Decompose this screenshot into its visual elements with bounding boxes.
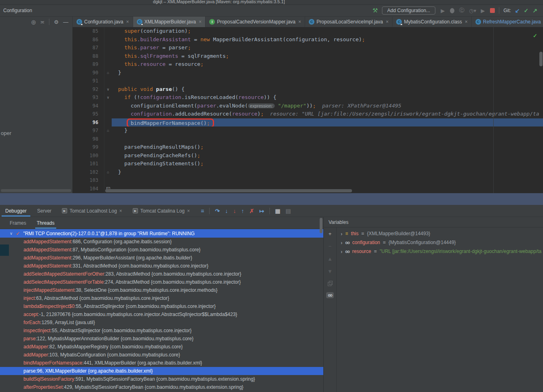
- add-configuration-button[interactable]: Add Configuration...: [382, 6, 435, 15]
- run-to-cursor-icon[interactable]: ↦: [259, 208, 264, 214]
- step-over-icon[interactable]: ↷: [215, 208, 220, 214]
- editor-tab[interactable]: IProposalCachedVersionMapper.java×: [206, 17, 305, 27]
- stack-frame-row[interactable]: buildSqlSessionFactory:591, MybatisSqlSe…: [0, 375, 323, 383]
- profiler-icon[interactable]: ◷▾: [469, 8, 475, 14]
- hide-panel-icon[interactable]: —: [63, 19, 68, 25]
- close-icon[interactable]: ×: [199, 19, 202, 25]
- git-commit-icon[interactable]: ✓: [524, 7, 529, 14]
- editor-tab[interactable]: CMybatisConfiguration.class×: [392, 17, 471, 27]
- frame-location: :55, AbstractSqlInjector {com.baomidou.m…: [51, 328, 192, 333]
- code-token: ;: [200, 144, 204, 150]
- debug-tab[interactable]: ▶Tomcat Catalina Log×: [127, 205, 195, 217]
- stack-frame-row[interactable]: parse:96, XMLMapperBuilder {org.apache.i…: [0, 367, 323, 375]
- drop-frame-icon[interactable]: ✗: [249, 208, 254, 214]
- stack-frame-row[interactable]: bindMapperForNamespace:441, XMLMapperBui…: [0, 359, 323, 367]
- close-icon[interactable]: ×: [465, 19, 468, 25]
- stack-frame-row[interactable]: addMapper:103, MybatisConfiguration {com…: [0, 351, 323, 359]
- locate-icon[interactable]: ◎: [31, 19, 36, 25]
- thread-row[interactable]: ∨ ✓ "RMI TCP Connection(2)-127.0.0.1"@1,…: [0, 229, 323, 238]
- editor-tab[interactable]: CXMLMapperBuilder.java×: [133, 17, 206, 27]
- editor-tab[interactable]: CConfiguration.java×: [73, 17, 133, 27]
- run-secondary-icon[interactable]: ▶: [479, 8, 486, 14]
- variable-row[interactable]: ›ooconfiguration = {MybatisConfiguration…: [337, 238, 543, 247]
- debug-tab[interactable]: Server: [32, 205, 57, 217]
- move-up-icon[interactable]: ▲: [327, 256, 333, 262]
- close-icon[interactable]: ×: [187, 208, 190, 214]
- tab-threads[interactable]: Threads: [37, 217, 55, 229]
- stack-frame-row[interactable]: addMappedStatement:331, AbstractMethod {…: [0, 262, 323, 270]
- close-icon[interactable]: ×: [126, 19, 129, 25]
- editor-vertical-scrollbar[interactable]: [539, 52, 543, 66]
- build-hammer-icon[interactable]: ⚒: [373, 7, 378, 14]
- stack-frame-row[interactable]: addMappedStatement:296, MapperBuilderAss…: [0, 254, 323, 262]
- fold-marker[interactable]: ⌂: [104, 126, 112, 135]
- fold-marker[interactable]: ⌂: [104, 168, 112, 177]
- fold-marker[interactable]: ∨: [104, 93, 112, 102]
- equals-sign: =: [361, 231, 364, 236]
- collapse-all-icon[interactable]: ≍: [40, 19, 45, 25]
- debug-tab[interactable]: ▶Tomcat Localhost Log×: [57, 205, 127, 217]
- coverage-icon[interactable]: Ⓒ: [458, 7, 465, 14]
- settings-gear-icon[interactable]: ⚙: [54, 19, 59, 25]
- git-push-icon[interactable]: ↗: [532, 7, 537, 14]
- fold-marker[interactable]: ⌂: [104, 69, 112, 77]
- stack-frames-list: addMappedStatement:686, Configuration {o…: [0, 238, 323, 392]
- debug-tab[interactable]: Debugger: [0, 205, 32, 217]
- duplicate-watch-icon[interactable]: [328, 281, 332, 286]
- left-panel-horizontal-scrollbar[interactable]: [1, 189, 71, 192]
- variable-row[interactable]: ›ooresource = "URL [jar:file:/Users/zeng…: [337, 247, 543, 256]
- fold-marker[interactable]: ∨: [104, 85, 112, 94]
- watches-glasses-icon[interactable]: oo: [326, 292, 333, 298]
- force-step-into-icon[interactable]: ↓: [233, 208, 236, 214]
- editor-tab[interactable]: CRefreshMapperCache.java×: [472, 17, 543, 27]
- close-icon[interactable]: ×: [119, 208, 122, 214]
- frame-method: addMappedStatement: [23, 239, 71, 244]
- code-editor[interactable]: 85 super(configuration);86 this.builderA…: [73, 27, 543, 193]
- code-text: [112, 176, 543, 185]
- chevron-right-icon[interactable]: ›: [341, 249, 342, 255]
- editor-tab[interactable]: CProposalLocalServiceImpl.java×: [305, 17, 392, 27]
- remove-watch-icon[interactable]: −: [329, 243, 332, 249]
- debug-icon[interactable]: [450, 8, 454, 13]
- stack-frame-row[interactable]: injectMappedStatement:38, SelectOne {com…: [0, 286, 323, 294]
- run-icon[interactable]: ▶: [439, 8, 446, 14]
- editor-horizontal-scrollbar[interactable]: [105, 189, 352, 192]
- fold-marker: [104, 152, 112, 160]
- stack-frame-row[interactable]: lambda$inspectInject$0:55, AbstractSqlIn…: [0, 302, 323, 310]
- stack-frame-row[interactable]: afterPropertiesSet:429, MybatisSqlSessio…: [0, 383, 323, 391]
- frame-location: :-1, 212870676 {com.baomidou.mybatisplus…: [38, 312, 237, 317]
- step-into-icon[interactable]: ↓: [225, 208, 228, 214]
- table-icon[interactable]: ▦: [275, 208, 280, 214]
- view-menu-icon[interactable]: ≡: [201, 208, 204, 214]
- code-text: }: [112, 126, 543, 135]
- step-out-icon[interactable]: ↑: [241, 208, 244, 214]
- move-down-icon[interactable]: ▼: [327, 268, 333, 274]
- chevron-down-icon[interactable]: ∨: [10, 231, 13, 236]
- code-text: parsePendingCacheRefs();: [112, 152, 543, 160]
- stack-frame-row[interactable]: addMappedStatement:87, MybatisConfigurat…: [0, 246, 323, 254]
- stack-frame-row[interactable]: inspectInject:55, AbstractSqlInjector {c…: [0, 327, 323, 335]
- frames-vertical-scrollbar[interactable]: [320, 218, 322, 233]
- stack-frame-row[interactable]: addSelectMappedStatementForOther:283, Ab…: [0, 270, 323, 278]
- tab-frames[interactable]: Frames: [10, 217, 26, 229]
- add-watch-icon[interactable]: +: [329, 231, 332, 237]
- code-token: ;: [188, 28, 191, 34]
- left-tool-window[interactable]: oper: [0, 27, 73, 193]
- stack-frame-row[interactable]: parse:122, MybatisMapperAnnotationBuilde…: [0, 335, 323, 343]
- stop-icon[interactable]: [490, 8, 495, 13]
- stack-frame-row[interactable]: addSelectMappedStatementForTable:274, Ab…: [0, 278, 323, 286]
- stack-frame-row[interactable]: inject:63, AbstractMethod {com.baomidou.…: [0, 294, 323, 302]
- variable-row[interactable]: ›≡this = {XMLMapperBuilder@14493}: [337, 229, 543, 238]
- close-icon[interactable]: ×: [298, 19, 301, 25]
- stack-frame-row[interactable]: addMapper:82, MybatisMapperRegistry {com…: [0, 343, 323, 351]
- chevron-right-icon[interactable]: ›: [341, 231, 342, 237]
- stack-frame-row[interactable]: accept:-1, 212870676 {com.baomidou.mybat…: [0, 310, 323, 318]
- code-text: public void parse() {: [112, 85, 543, 94]
- layout-icon[interactable]: ▤: [286, 208, 291, 214]
- close-icon[interactable]: ×: [386, 19, 388, 25]
- chevron-right-icon[interactable]: ›: [341, 240, 342, 246]
- stack-frame-row[interactable]: forEach:1259, ArrayList {java.util}: [0, 318, 323, 327]
- code-text: }: [112, 168, 543, 177]
- git-update-icon[interactable]: ↙: [515, 7, 520, 14]
- stack-frame-row[interactable]: addMappedStatement:686, Configuration {o…: [0, 238, 323, 246]
